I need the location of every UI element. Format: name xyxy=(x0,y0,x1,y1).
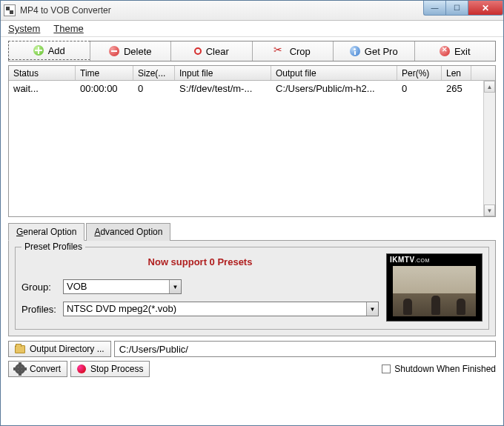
stop-icon xyxy=(77,365,86,373)
getpro-label: Get Pro xyxy=(365,46,398,57)
scroll-up-icon[interactable]: ▲ xyxy=(484,81,495,93)
preset-profiles-group: Preset Profiles Now support 0 Presets Gr… xyxy=(15,247,489,330)
minimize-button[interactable]: — xyxy=(423,1,445,16)
delete-label: Delete xyxy=(124,46,152,57)
shutdown-label: Shutdown When Finished xyxy=(394,364,496,374)
maximize-button[interactable]: ☐ xyxy=(445,1,468,16)
delete-icon xyxy=(109,46,119,56)
add-button[interactable]: Add xyxy=(8,41,90,60)
titlebar: MP4 to VOB Converter — ☐ ✕ xyxy=(1,1,503,21)
tab-general-label: eneral Option xyxy=(23,227,76,237)
chevron-down-icon: ▼ xyxy=(366,302,378,316)
vertical-scrollbar[interactable]: ▲ ▼ xyxy=(483,81,495,216)
profiles-label: Profiles: xyxy=(21,304,60,315)
preview-watermark: IKMTV.COM xyxy=(390,256,430,264)
video-preview: IKMTV.COM xyxy=(386,253,483,322)
convert-button[interactable]: Convert xyxy=(8,361,67,377)
info-icon xyxy=(350,46,360,56)
output-directory-button[interactable]: Output Directory ... xyxy=(8,341,111,357)
profiles-combo[interactable]: NTSC DVD mpeg2(*.vob) ▼ xyxy=(63,302,379,316)
convert-label: Convert xyxy=(30,364,61,374)
col-time[interactable]: Time xyxy=(76,66,133,80)
list-body: wait... 00:00:00 0 S:/f/dev/test/m-... C… xyxy=(9,81,495,216)
exit-icon xyxy=(440,46,450,56)
checkbox-icon xyxy=(382,365,391,373)
app-window: MP4 to VOB Converter — ☐ ✕ System Theme … xyxy=(0,0,504,426)
preset-controls: Now support 0 Presets Group: VOB ▼ Profi… xyxy=(21,253,379,322)
toolbar-container: Add Delete Clear Crop Get Pro Exit xyxy=(1,37,503,65)
tab-advanced-label: dvanced Option xyxy=(100,227,162,237)
col-per[interactable]: Per(%) xyxy=(397,66,442,80)
profiles-row: Profiles: NTSC DVD mpeg2(*.vob) ▼ xyxy=(21,302,379,316)
crop-icon xyxy=(275,46,285,56)
menu-theme[interactable]: Theme xyxy=(53,23,83,34)
options-tabs: General Option Advanced Option xyxy=(8,222,496,240)
exit-label: Exit xyxy=(454,46,471,57)
list-header: Status Time Size(... Input file Output f… xyxy=(9,66,495,81)
add-icon xyxy=(33,45,44,56)
group-combo[interactable]: VOB ▼ xyxy=(63,279,182,294)
group-label: Group: xyxy=(21,282,60,293)
cell-output: C:/Users/Public/m-h2... xyxy=(271,81,397,96)
bottom-bar: Convert Stop Process Shutdown When Finis… xyxy=(8,361,496,377)
tab-general[interactable]: General Option xyxy=(8,223,84,241)
preview-figure xyxy=(457,299,465,315)
add-label: Add xyxy=(48,45,65,56)
tab-advanced[interactable]: Advanced Option xyxy=(86,223,170,241)
cell-time: 00:00:00 xyxy=(76,81,133,96)
scroll-down-icon[interactable]: ▼ xyxy=(484,204,495,216)
clear-icon xyxy=(194,47,202,55)
clear-label: Clear xyxy=(206,46,229,57)
profiles-value: NTSC DVD mpeg2(*.vob) xyxy=(64,302,366,316)
clear-button[interactable]: Clear xyxy=(170,41,252,61)
col-input[interactable]: Input file xyxy=(175,66,271,80)
cell-per: 0 xyxy=(397,81,442,96)
window-title: MP4 to VOB Converter xyxy=(20,5,111,16)
chevron-down-icon: ▼ xyxy=(169,280,181,293)
preview-figure xyxy=(431,296,440,315)
col-output[interactable]: Output file xyxy=(271,66,397,80)
col-size[interactable]: Size(... xyxy=(133,66,175,80)
preset-message: Now support 0 Presets xyxy=(21,253,379,272)
getpro-button[interactable]: Get Pro xyxy=(333,41,414,61)
toolbar: Add Delete Clear Crop Get Pro Exit xyxy=(8,41,496,61)
cell-status: wait... xyxy=(9,81,76,96)
group-value: VOB xyxy=(64,280,169,293)
delete-button[interactable]: Delete xyxy=(90,41,171,61)
stop-label: Stop Process xyxy=(90,364,143,374)
cell-input: S:/f/dev/test/m-... xyxy=(175,81,271,96)
window-controls: — ☐ ✕ xyxy=(423,1,503,16)
options-panel: Preset Profiles Now support 0 Presets Gr… xyxy=(8,240,496,336)
close-button[interactable]: ✕ xyxy=(468,1,503,16)
file-list: Status Time Size(... Input file Output f… xyxy=(8,65,496,217)
crop-button[interactable]: Crop xyxy=(252,41,334,61)
folder-icon xyxy=(15,345,25,353)
col-status[interactable]: Status xyxy=(9,66,76,80)
crop-label: Crop xyxy=(290,46,311,57)
shutdown-checkbox[interactable]: Shutdown When Finished xyxy=(382,364,496,374)
output-path-input[interactable] xyxy=(114,341,496,357)
stop-button[interactable]: Stop Process xyxy=(70,361,150,377)
menu-system[interactable]: System xyxy=(8,23,40,34)
exit-button[interactable]: Exit xyxy=(414,41,496,61)
col-len[interactable]: Len xyxy=(442,66,471,80)
list-row[interactable]: wait... 00:00:00 0 S:/f/dev/test/m-... C… xyxy=(9,81,495,96)
output-row: Output Directory ... xyxy=(8,341,496,357)
cell-len: 265 xyxy=(442,81,471,96)
app-icon xyxy=(4,4,16,16)
preview-figure xyxy=(403,299,412,315)
preset-legend: Preset Profiles xyxy=(21,242,85,252)
menubar: System Theme xyxy=(1,21,503,37)
output-button-label: Output Directory ... xyxy=(30,344,105,354)
group-row: Group: VOB ▼ xyxy=(21,279,379,294)
gear-icon xyxy=(15,364,25,374)
cell-size: 0 xyxy=(133,81,175,96)
